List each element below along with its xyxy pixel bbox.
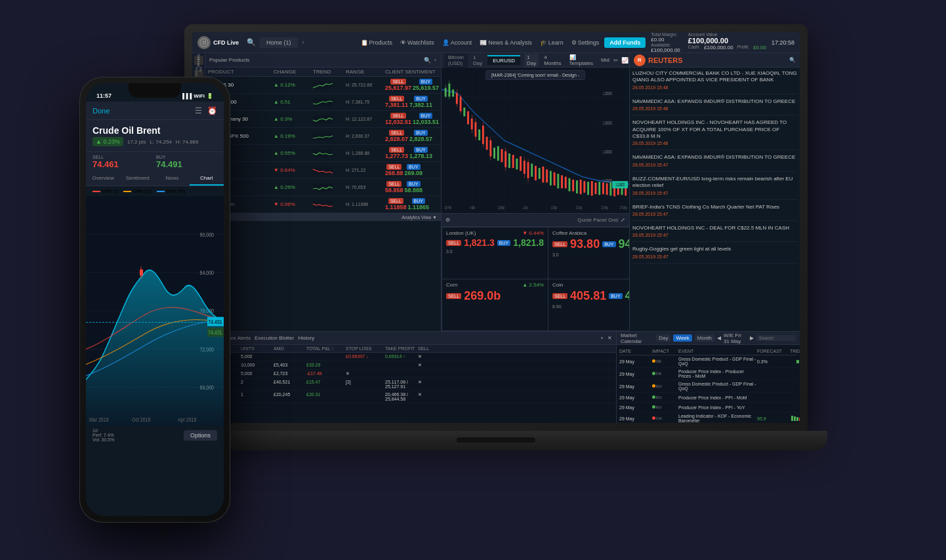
silver-buy-btn[interactable]: BUY — [407, 164, 420, 170]
timeframe-1d[interactable]: 1 Day — [524, 54, 539, 67]
timeframe-4m[interactable]: 4 Months — [541, 54, 564, 67]
london-sell-btn[interactable]: SELL — [446, 240, 461, 246]
calendar-next[interactable]: ▶ — [750, 335, 754, 341]
product-row-5[interactable]: Gold ▲ 0.55% H: 1,288.88 SELL — [205, 145, 441, 162]
phone-alarm-icon[interactable]: ⏰ — [207, 106, 217, 115]
uk100-sell-btn[interactable]: SELL — [389, 96, 404, 102]
product-row-6[interactable]: Silver ▼ 0.64% H: 271.22 SELL 268.88 — [205, 162, 441, 179]
order-row-1[interactable]: [2] B 5,000 £0.69307 ↓ 0.69314 ↑ ✕ — [192, 353, 616, 361]
london-buy-btn[interactable]: BUY — [497, 240, 510, 246]
execution-blotter-tab[interactable]: Execution Blotter — [255, 335, 294, 341]
gold-buy-btn[interactable]: BUY — [414, 147, 427, 153]
coffee-arabica-buy-btn[interactable]: BUY — [602, 241, 615, 247]
quote-cell-coin[interactable]: Coin ▲ SELL 405.81 BUY 406.71 — [548, 279, 629, 330]
phone-options-btn[interactable]: Options — [184, 430, 217, 441]
indicator-icon[interactable]: 📈 — [621, 57, 628, 64]
product-row-bitcoin[interactable]: B Bitcoin ▼ 0.06% H: 1.11988 — [205, 196, 441, 213]
history-tab[interactable]: History — [298, 335, 314, 341]
product-row-uk100[interactable]: UK 100 ▲ 0.51 H: 7,381.75 SELL — [205, 94, 441, 111]
phone-done-btn[interactable]: Done — [93, 107, 110, 115]
sidebar-indices[interactable]: Indices — [194, 56, 203, 65]
news-item-8[interactable]: Rugby-Goggles get green light at all lev… — [632, 246, 797, 263]
quote-grid-controls[interactable]: ⚙ — [445, 217, 450, 223]
bitcoin-tab[interactable]: Bitcoin (USD) — [444, 53, 468, 68]
nav-learn[interactable]: 🎓 Learn — [540, 39, 564, 46]
corn-sell-btn[interactable]: SELL — [446, 293, 461, 299]
germany30-sell-btn[interactable]: SELL — [390, 113, 405, 119]
product-row-germany30[interactable]: Germany 30 ▲ 0.3% H: 12,122.87 SELL — [205, 111, 441, 128]
product-row-us30[interactable]: US 30 ▲ 0.12% H: 25,722.89 SELL — [205, 77, 441, 94]
phone-tab-news[interactable]: News — [155, 172, 190, 186]
us30-sell-btn[interactable]: SELL — [390, 79, 405, 85]
quote-cell-corn[interactable]: Corn ▲ 2.54% SELL 269.0b — [442, 279, 548, 330]
germany30-buy-btn[interactable]: BUY — [419, 113, 432, 119]
month-btn[interactable]: Month — [695, 334, 714, 342]
phone-tab-chart[interactable]: Chart — [190, 172, 224, 186]
products-add-icon[interactable]: + — [434, 57, 437, 64]
nav-news[interactable]: 📰 News & Analysis — [480, 39, 532, 46]
templates-btn[interactable]: 📊 Templates — [567, 54, 596, 67]
tab-add-icon[interactable]: + — [299, 37, 308, 48]
product-row-7[interactable]: Brent Oil ▲ 0.29% H: 70,653 SELL 58.858 — [205, 179, 441, 196]
calendar-row-6[interactable]: 29 May CH Leading Indicator - KOF - Econ… — [619, 412, 797, 423]
products-search-icon[interactable]: 🔍 — [424, 57, 431, 64]
home-tab[interactable]: Home (1) — [260, 37, 298, 48]
news-item-2[interactable]: NAVAMEDIC ASA: EXPANDS IMDUR® DISTRIBUTI… — [632, 98, 797, 115]
coffee-arabica-sell-btn[interactable]: SELL — [552, 241, 567, 247]
phone-list-icon[interactable]: ☰ — [195, 106, 202, 115]
week-btn[interactable]: Week — [673, 334, 691, 342]
calendar-prev[interactable]: ◀ — [717, 335, 721, 341]
calendar-search-input[interactable] — [756, 335, 796, 341]
bitcoin-sell-btn[interactable]: SELL — [388, 198, 403, 204]
spx500-sell-btn[interactable]: SELL — [389, 130, 404, 136]
calendar-row-3[interactable]: 29 May EU Gross Domestic Product - GDP F… — [619, 380, 797, 393]
nav-watchlists[interactable]: 👁 Watchlists — [400, 39, 434, 46]
nav-account[interactable]: 👤 Account — [442, 39, 472, 46]
search-icon[interactable]: 🔍 — [247, 38, 256, 47]
news-item-1[interactable]: LUZHOU CITY COMMERCIAL BANK CO LTD - XUE… — [632, 70, 797, 94]
news-item-3[interactable]: NOVOHEART HOLDINGS INC - NOVOHEART HAS A… — [632, 119, 797, 150]
coin-buy-btn[interactable]: BUY — [609, 293, 622, 299]
phone-chart-area[interactable]: 90,000 84,000 78,000 72,000 66,000 — [86, 196, 224, 426]
coin-sell-btn[interactable]: SELL — [552, 293, 567, 299]
draw-icon[interactable]: ✏ — [613, 57, 619, 64]
nav-products[interactable]: 📋 Products — [361, 39, 393, 46]
oil-buy-btn[interactable]: BUY — [407, 181, 420, 187]
mid-btn[interactable]: Mid — [598, 56, 612, 64]
us30-buy-btn[interactable]: BUY — [419, 79, 432, 85]
calendar-row-1[interactable]: 29 May DE Gross Domestic Product - GDP F… — [619, 355, 797, 368]
nav-settings[interactable]: ⚙ Settings — [571, 39, 600, 46]
quote-cell-coffee-arabica[interactable]: Coffee Arabica ▲ 3.33% SELL 93.80 BUY 94… — [548, 228, 629, 279]
calendar-row-5[interactable]: 29 May EU Producer Price Index - PPI - Y… — [619, 403, 797, 412]
eurusd-tab[interactable]: EURUSD — [487, 55, 520, 65]
silver-sell-btn[interactable]: SELL — [386, 164, 401, 170]
quote-grid-expand[interactable]: ⤢ — [621, 217, 625, 223]
eurusd-chart[interactable]: 1.150000 1.140000 1.130000 1.120000 1.11… — [442, 68, 629, 213]
bitcoin-buy-btn[interactable]: BUY — [412, 198, 425, 204]
order-row-4[interactable]: 15:32 B 2 £40,521 £15.47 [2] 25,117.08 /… — [192, 378, 616, 391]
phone-tab-overview[interactable]: Overview — [86, 172, 121, 186]
spx500-tab[interactable]: 1 Day — [469, 53, 486, 68]
news-item-6[interactable]: BRIEF-India's TCNS Clothing Co March Qua… — [632, 204, 797, 221]
oil-sell-btn[interactable]: SELL — [386, 181, 401, 187]
news-item-7[interactable]: NOVOHEART HOLDINGS INC - DEAL FOR C$22.5… — [632, 225, 797, 242]
reuters-search-icon[interactable]: 🔍 — [789, 57, 796, 63]
product-row-spx500[interactable]: US SPX 500 ▲ 0.19% H: 2,830.37 SELL — [205, 128, 441, 145]
calendar-row-2[interactable]: 29 May FR Producer Price Index - Produce… — [619, 368, 797, 380]
gold-sell-btn[interactable]: SELL — [389, 147, 404, 153]
analytics-view[interactable]: Analytics View ▼ — [205, 213, 441, 221]
calendar-row-4[interactable]: 29 May EU Producer Price Index - PPI - M… — [619, 393, 797, 403]
news-item-5[interactable]: BUZZ-COMMENT-EUR/USD long-term risks rem… — [632, 176, 797, 200]
day-btn[interactable]: Day — [656, 334, 670, 342]
spx500-buy-btn[interactable]: BUY — [414, 130, 427, 136]
quote-cell-london[interactable]: London (UK) ▼ 0.44% SELL 1,821.3 BUY 1,8… — [442, 228, 548, 279]
add-funds-button[interactable]: Add Funds — [604, 37, 646, 48]
phone-tab-sentiment[interactable]: Sentiment — [121, 172, 155, 186]
order-row-3[interactable]: [2] S 5,000 £2,723 -£17.48 ✕ — [192, 370, 616, 378]
uk100-buy-btn[interactable]: BUY — [414, 96, 427, 102]
news-item-4[interactable]: NAVAMEDIC ASA: EXPANDS IMDUR® DISTRIBUTI… — [632, 154, 797, 171]
order-row-2[interactable]: 17 M... B 10,000 £5,403 £33.29 ✕ — [192, 361, 616, 370]
orders-close-icon[interactable]: ✕ — [607, 335, 612, 341]
orders-add-icon[interactable]: + — [600, 335, 604, 341]
order-row-5[interactable]: 11:47 B 1 £20,245 £20.31 20,466.38 / 25,… — [192, 391, 616, 403]
